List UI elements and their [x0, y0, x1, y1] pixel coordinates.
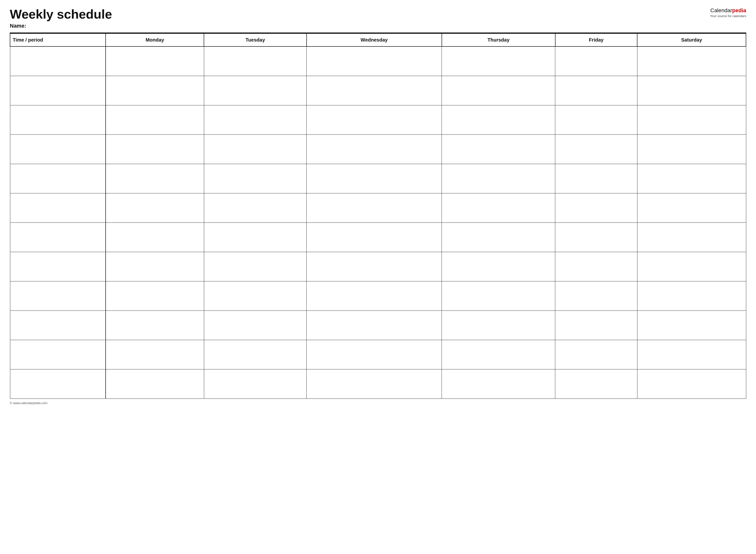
table-cell[interactable] — [204, 340, 307, 369]
table-cell[interactable] — [442, 369, 555, 398]
table-cell[interactable] — [204, 47, 307, 76]
table-cell[interactable] — [637, 340, 746, 369]
table-cell[interactable] — [637, 164, 746, 193]
table-cell[interactable] — [307, 222, 442, 252]
table-cell[interactable] — [307, 164, 442, 193]
table-cell[interactable] — [442, 252, 555, 281]
table-cell[interactable] — [555, 369, 637, 398]
table-cell[interactable] — [637, 76, 746, 105]
table-cell[interactable] — [442, 222, 555, 252]
table-cell[interactable] — [307, 369, 442, 398]
table-cell[interactable] — [555, 134, 637, 164]
table-cell[interactable] — [555, 311, 637, 340]
table-cell[interactable] — [307, 47, 442, 76]
table-cell[interactable] — [555, 193, 637, 222]
table-cell[interactable] — [637, 369, 746, 398]
table-cell[interactable] — [637, 105, 746, 134]
col-saturday: Saturday — [637, 34, 746, 47]
table-cell[interactable] — [442, 47, 555, 76]
table-cell[interactable] — [442, 193, 555, 222]
logo-section: Calendarpedia Your source for calendars — [710, 7, 746, 18]
table-cell[interactable] — [106, 369, 204, 398]
table-row — [10, 222, 746, 252]
table-cell[interactable] — [307, 193, 442, 222]
table-cell[interactable] — [555, 252, 637, 281]
col-friday: Friday — [555, 34, 637, 47]
table-cell[interactable] — [637, 193, 746, 222]
table-cell[interactable] — [637, 311, 746, 340]
table-cell[interactable] — [106, 105, 204, 134]
table-cell[interactable] — [10, 76, 106, 105]
table-cell[interactable] — [10, 311, 106, 340]
table-cell[interactable] — [442, 76, 555, 105]
table-cell[interactable] — [106, 222, 204, 252]
table-cell[interactable] — [10, 105, 106, 134]
table-cell[interactable] — [106, 76, 204, 105]
table-cell[interactable] — [442, 164, 555, 193]
table-cell[interactable] — [555, 281, 637, 311]
table-cell[interactable] — [204, 369, 307, 398]
table-cell[interactable] — [204, 193, 307, 222]
name-label: Name: — [10, 23, 112, 29]
table-cell[interactable] — [204, 134, 307, 164]
table-cell[interactable] — [555, 47, 637, 76]
logo-calendar-part: Calendar — [710, 7, 732, 13]
table-cell[interactable] — [10, 164, 106, 193]
table-cell[interactable] — [10, 193, 106, 222]
table-cell[interactable] — [307, 340, 442, 369]
table-cell[interactable] — [637, 281, 746, 311]
table-cell[interactable] — [204, 222, 307, 252]
table-cell[interactable] — [106, 281, 204, 311]
table-cell[interactable] — [555, 164, 637, 193]
table-cell[interactable] — [555, 222, 637, 252]
table-cell[interactable] — [106, 340, 204, 369]
table-cell[interactable] — [307, 252, 442, 281]
table-cell[interactable] — [307, 311, 442, 340]
table-cell[interactable] — [637, 252, 746, 281]
table-cell[interactable] — [555, 76, 637, 105]
table-row — [10, 47, 746, 76]
table-cell[interactable] — [204, 281, 307, 311]
table-cell[interactable] — [307, 76, 442, 105]
table-cell[interactable] — [204, 252, 307, 281]
table-row — [10, 76, 746, 105]
table-cell[interactable] — [442, 105, 555, 134]
table-cell[interactable] — [442, 340, 555, 369]
col-thursday: Thursday — [442, 34, 555, 47]
table-cell[interactable] — [106, 311, 204, 340]
table-cell[interactable] — [106, 134, 204, 164]
table-cell[interactable] — [442, 281, 555, 311]
table-cell[interactable] — [555, 105, 637, 134]
table-cell[interactable] — [10, 340, 106, 369]
col-tuesday: Tuesday — [204, 34, 307, 47]
table-cell[interactable] — [637, 222, 746, 252]
table-cell[interactable] — [10, 281, 106, 311]
col-monday: Monday — [106, 34, 204, 47]
table-cell[interactable] — [106, 164, 204, 193]
table-cell[interactable] — [307, 134, 442, 164]
table-cell[interactable] — [106, 252, 204, 281]
col-time: Time / period — [10, 34, 106, 47]
table-cell[interactable] — [442, 134, 555, 164]
table-cell[interactable] — [204, 164, 307, 193]
page-header: Weekly schedule Name: Calendarpedia Your… — [10, 7, 746, 29]
table-cell[interactable] — [10, 252, 106, 281]
table-cell[interactable] — [10, 222, 106, 252]
table-cell[interactable] — [307, 281, 442, 311]
table-row — [10, 164, 746, 193]
table-cell[interactable] — [204, 105, 307, 134]
table-cell[interactable] — [204, 76, 307, 105]
table-cell[interactable] — [204, 311, 307, 340]
table-cell[interactable] — [106, 193, 204, 222]
table-cell[interactable] — [637, 47, 746, 76]
table-cell[interactable] — [555, 340, 637, 369]
table-cell[interactable] — [10, 47, 106, 76]
table-cell[interactable] — [637, 134, 746, 164]
table-cell[interactable] — [106, 47, 204, 76]
table-row — [10, 105, 746, 134]
table-row — [10, 311, 746, 340]
table-cell[interactable] — [307, 105, 442, 134]
table-cell[interactable] — [442, 311, 555, 340]
table-cell[interactable] — [10, 134, 106, 164]
table-cell[interactable] — [10, 369, 106, 398]
